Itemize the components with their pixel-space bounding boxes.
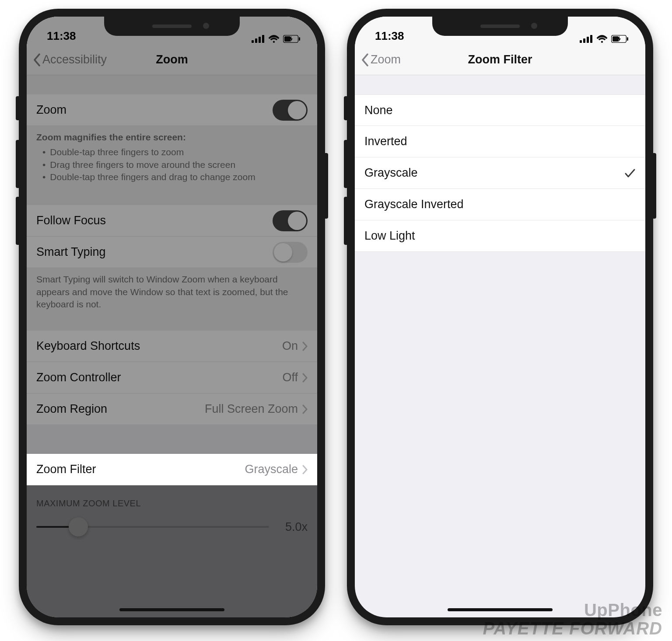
home-indicator[interactable]: [448, 608, 553, 611]
back-button[interactable]: Accessibility: [33, 53, 107, 66]
svg-rect-2: [259, 37, 261, 43]
svg-rect-7: [580, 40, 582, 43]
battery-charging-icon: [283, 35, 301, 43]
cellular-icon: [580, 35, 593, 43]
navbar: Accessibility Zoom: [27, 45, 317, 75]
svg-rect-1: [255, 38, 257, 43]
svg-rect-13: [612, 36, 619, 42]
zoom-filter-row[interactable]: Zoom Filter Grayscale: [27, 454, 317, 485]
filter-option-label: Inverted: [364, 135, 636, 148]
follow-focus-toggle[interactable]: [273, 210, 308, 231]
filter-option[interactable]: None: [355, 94, 645, 126]
filter-option[interactable]: Inverted: [355, 126, 645, 157]
chevron-right-icon: [302, 465, 308, 474]
zoom-toggle-label: Zoom: [36, 103, 273, 117]
home-indicator[interactable]: [119, 608, 224, 611]
max-zoom-slider-row: 5.0x: [27, 513, 317, 548]
svg-rect-10: [590, 35, 592, 43]
chevron-right-icon: [302, 404, 308, 414]
smart-typing-label: Smart Typing: [36, 245, 273, 259]
phone-right: 11:38 Zoom Zoom Filter NoneInvertedGrays…: [347, 9, 653, 625]
back-label: Accessibility: [42, 53, 107, 66]
check-icon: [624, 167, 636, 179]
filter-option-label: Low Light: [364, 229, 636, 243]
zoom-controller-row[interactable]: Zoom Controller Off: [27, 362, 317, 394]
filter-option[interactable]: Grayscale: [355, 157, 645, 189]
battery-charging-icon: [611, 35, 629, 43]
svg-rect-0: [252, 40, 254, 43]
status-time: 11:38: [375, 29, 404, 43]
filter-option-label: Grayscale: [364, 166, 624, 180]
smart-typing-note: Smart Typing will switch to Window Zoom …: [27, 268, 317, 319]
follow-focus-label: Follow Focus: [36, 214, 273, 227]
zoom-toggle-row[interactable]: Zoom: [27, 94, 317, 126]
wifi-icon: [596, 35, 608, 43]
svg-rect-12: [627, 37, 628, 41]
filter-option-label: Grayscale Inverted: [364, 198, 636, 211]
notch: [432, 17, 568, 36]
filter-option-label: None: [364, 104, 636, 117]
filter-option[interactable]: Low Light: [355, 220, 645, 252]
cellular-icon: [252, 35, 265, 43]
svg-rect-3: [262, 35, 264, 43]
svg-rect-9: [587, 37, 589, 43]
smart-typing-toggle[interactable]: [273, 242, 308, 263]
wifi-icon: [268, 35, 280, 43]
chevron-left-icon: [361, 53, 369, 66]
zoom-toggle[interactable]: [273, 100, 308, 121]
phone-left: 11:38 Accessibility Zoom: [19, 9, 325, 625]
svg-rect-5: [299, 37, 300, 41]
filter-option[interactable]: Grayscale Inverted: [355, 189, 645, 220]
chevron-right-icon: [302, 373, 308, 383]
svg-rect-6: [284, 36, 290, 42]
keyboard-shortcuts-row[interactable]: Keyboard Shortcuts On: [27, 331, 317, 362]
smart-typing-row[interactable]: Smart Typing: [27, 237, 317, 268]
chevron-left-icon: [33, 53, 41, 66]
svg-rect-8: [583, 38, 585, 43]
back-label: Zoom: [371, 53, 401, 66]
follow-focus-row[interactable]: Follow Focus: [27, 205, 317, 237]
back-button[interactable]: Zoom: [361, 53, 401, 66]
chevron-right-icon: [302, 341, 308, 351]
max-zoom-header: MAXIMUM ZOOM LEVEL: [27, 485, 317, 513]
zoom-help-note: Zoom magnifies the entire screen: Double…: [27, 126, 317, 192]
navbar: Zoom Zoom Filter: [355, 45, 645, 75]
status-time: 11:38: [47, 29, 76, 43]
notch: [104, 17, 240, 36]
max-zoom-value: 5.0x: [277, 520, 308, 534]
zoom-region-row[interactable]: Zoom Region Full Screen Zoom: [27, 394, 317, 425]
max-zoom-slider[interactable]: [36, 517, 269, 536]
